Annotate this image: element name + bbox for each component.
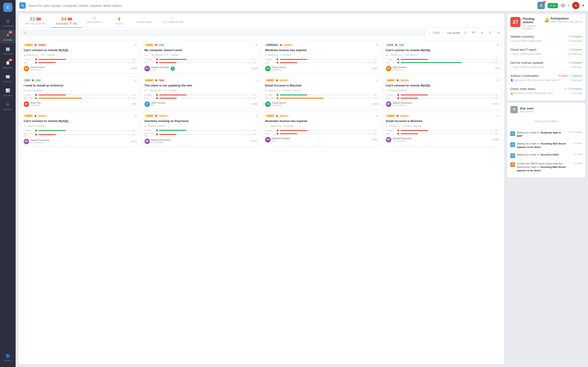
kanban-card-c1[interactable]: AGENT Urgent ⚙ Can't connect to remote M… bbox=[21, 41, 140, 74]
fresp-label: F. Resp. bbox=[386, 129, 396, 132]
reject-button[interactable]: ✕ Reject bbox=[558, 74, 568, 77]
no-items-text: There are no items bbox=[510, 116, 582, 127]
wi-text: Waiting for a date in "Duplicate data in… bbox=[517, 131, 567, 138]
user-company: Arcor bbox=[151, 69, 170, 71]
wi-link[interactable]: Incorrect Units bbox=[541, 153, 559, 156]
ri-title: Solution Confirmation bbox=[510, 74, 539, 77]
fresp-dot bbox=[156, 94, 158, 96]
card-gear-icon[interactable]: ⚙ bbox=[135, 79, 137, 82]
tab-tasks[interactable]: 4 TASKS bbox=[107, 14, 130, 28]
tab-approvals[interactable]: ✓ APPROVALS bbox=[83, 14, 107, 28]
card-meta: ℹ ...Report a p... • Access • Internet bbox=[265, 89, 379, 92]
tab-waiting[interactable]: 31 12 WAITING FOR ME bbox=[20, 14, 50, 28]
fresp-time: 5 mi... bbox=[373, 129, 379, 132]
wi-time: in a day bbox=[574, 142, 582, 144]
card-header: AGENT Medium ⚙ bbox=[265, 79, 379, 82]
res-fill bbox=[159, 62, 177, 63]
sidebar-item-insight[interactable]: 🔵 INSIGHT bbox=[0, 350, 16, 364]
status-complete: ✓ Complete bbox=[569, 61, 582, 64]
grid-view-icon[interactable]: ⊞ bbox=[479, 30, 485, 36]
card-gear-icon[interactable]: ⚙ bbox=[135, 114, 137, 117]
kanban-card-c5[interactable]: 2050 Low ⚙ I need to install an Antiviru… bbox=[21, 76, 140, 109]
global-search-input[interactable] bbox=[28, 4, 535, 7]
approvals-check-icon: ✓ bbox=[93, 16, 96, 20]
sidebar-item-settings[interactable]: ⚙ SETTINGS bbox=[0, 99, 16, 113]
card-gear-icon[interactable]: ⚙ bbox=[376, 114, 379, 117]
kanban-card-c6[interactable]: AGENT High ⚙ The client is not updating … bbox=[142, 76, 260, 109]
sidebar-item-manager[interactable]: 🏢 MANAGER bbox=[0, 43, 16, 57]
kanban-card-c10[interactable]: AGENT Medium ⚙ Overtime missing on Paych… bbox=[142, 112, 260, 147]
wi-link[interactable]: Incoming Mail Server appears to be down. bbox=[517, 142, 566, 148]
card-gear-icon[interactable]: ⚙ bbox=[497, 43, 499, 47]
prev-page-button[interactable]: ‹ bbox=[427, 31, 432, 35]
card-gear-icon[interactable]: ⚙ bbox=[497, 79, 499, 82]
card-tags: 2050 Low bbox=[24, 79, 42, 82]
filter-slider-icon[interactable] bbox=[470, 30, 477, 36]
kanban-card-c3[interactable]: APPROVAL Medium ⚙ Windows license has ex… bbox=[262, 41, 381, 74]
sidebar-item-dashboard[interactable]: ⊞ DASHBOARD bbox=[0, 16, 16, 30]
res-fill bbox=[159, 134, 177, 135]
card-gear-icon[interactable]: ⚙ bbox=[376, 43, 379, 47]
sidebar: Z ⊞ DASHBOARD ≡ 13 MY WORK 🏢 MANAGER 📋 2… bbox=[0, 0, 16, 367]
card-gear-icon[interactable]: ⚙ bbox=[497, 114, 499, 117]
card-gear-icon[interactable]: ⚙ bbox=[135, 43, 137, 47]
sidebar-item-requests[interactable]: 📋 23 REQUESTS bbox=[0, 57, 16, 71]
kanban-search-input[interactable] bbox=[28, 31, 423, 34]
fresp-time: 5 mi... bbox=[373, 58, 379, 60]
wi-link[interactable]: Incoming Mail Server appears to be down. bbox=[517, 166, 566, 172]
user-company: BK bbox=[151, 104, 165, 106]
right-panel: 27 Pending actions Do, approve, complete… bbox=[507, 14, 585, 364]
card-user: NP Nahuel Panzarasa No companies bbox=[386, 137, 412, 142]
tab-unassigned[interactable]: ✓ UNASSIGNED bbox=[131, 14, 157, 28]
user-avatar-top[interactable]: A bbox=[572, 2, 579, 9]
pending-item: Get the contract updated ✓ Complete ≡ Ta… bbox=[510, 58, 582, 71]
add-dropdown-icon: ▼ bbox=[553, 4, 556, 7]
res-label: Res. bbox=[24, 61, 34, 64]
user-info: Nahuel Panzarasa No companies bbox=[31, 139, 49, 144]
card-gear-icon[interactable]: ⚙ bbox=[255, 79, 258, 82]
meta-text: ...Report a p... • Access • Internet bbox=[388, 125, 422, 127]
sidebar-item-mywork[interactable]: ≡ 13 MY WORK bbox=[0, 30, 16, 44]
chevron-down-icon[interactable]: ▾ bbox=[582, 3, 584, 8]
sidebar-item-reports[interactable]: 📊 REPORTS bbox=[0, 85, 16, 99]
priority-tag: Medium bbox=[399, 79, 410, 82]
type-tag: AGENT bbox=[24, 114, 34, 117]
settings-gear-icon[interactable]: ⚙ bbox=[495, 30, 502, 36]
approve-button[interactable]: ✓ Approve bbox=[570, 74, 582, 77]
sidebar-label-articles: ARTICLES bbox=[3, 81, 12, 83]
card-title: My computer doesn't work bbox=[145, 48, 258, 52]
kanban-card-c8[interactable]: AGENT Medium ⚙ Can't connect to remote M… bbox=[383, 76, 502, 109]
kanban-card-c7[interactable]: AGENT Medium ⚙ Email Account is Blocked … bbox=[262, 76, 381, 109]
ri-time: 1 hour ago bbox=[571, 92, 582, 94]
meta-icon: ▲ bbox=[145, 125, 147, 127]
sort-icon[interactable]: ⇅ bbox=[462, 30, 468, 36]
res-dot bbox=[277, 97, 278, 99]
requests-badge: 23 bbox=[9, 59, 12, 61]
eye-icon-button[interactable] bbox=[561, 3, 565, 8]
notification-button[interactable]: 🔔 1 bbox=[537, 2, 545, 9]
tab-collaboration[interactable]: ✓ COLLABORATION bbox=[158, 14, 188, 28]
kanban-card-c12[interactable]: AGENT Medium ⚙ Email Account is Blocked … bbox=[383, 112, 502, 147]
sidebar-item-articles[interactable]: 📰 ARTICLES bbox=[0, 71, 16, 85]
kanban-search[interactable] bbox=[21, 30, 425, 36]
card-gear-icon[interactable]: ⚙ bbox=[376, 79, 379, 82]
fresp-dot bbox=[277, 58, 278, 60]
ri-title: Check order status bbox=[510, 87, 536, 91]
card-tags: AGENT Low bbox=[145, 43, 165, 47]
card-gear-icon[interactable]: ⚙ bbox=[255, 43, 258, 47]
card-gear-icon[interactable]: ⚙ bbox=[255, 114, 258, 117]
add-button[interactable]: + ▼ bbox=[548, 3, 558, 8]
kanban-card-c4[interactable]: 23476 Low ⚙ Can't connect to remote MySQ… bbox=[383, 41, 502, 74]
kanban-card-c2[interactable]: AGENT Low ⚙ My computer doesn't work ▲ .… bbox=[142, 41, 260, 74]
wi-link[interactable]: Duplicate data in ERP bbox=[517, 131, 561, 137]
bar-time: 5 mi... bbox=[252, 61, 258, 64]
kanban-card-c9[interactable]: AGENT Medium ⚙ Can't connect to remote M… bbox=[21, 112, 140, 147]
search-icon-button[interactable] bbox=[19, 2, 26, 9]
postpone-button[interactable]: ↻ Postpone bbox=[569, 87, 582, 91]
user-info: Nahuel Panzarasa No companies bbox=[151, 139, 170, 144]
user-company: Marketing bbox=[272, 104, 286, 106]
tab-assigned[interactable]: 44 13 ASSIGNED TO ME bbox=[51, 14, 82, 28]
list-view-icon[interactable]: ☰ bbox=[487, 30, 493, 36]
next-page-button[interactable]: › bbox=[441, 31, 445, 35]
kanban-card-c11[interactable]: AGENT Medium ⚙ Illustrator license has e… bbox=[262, 112, 381, 147]
